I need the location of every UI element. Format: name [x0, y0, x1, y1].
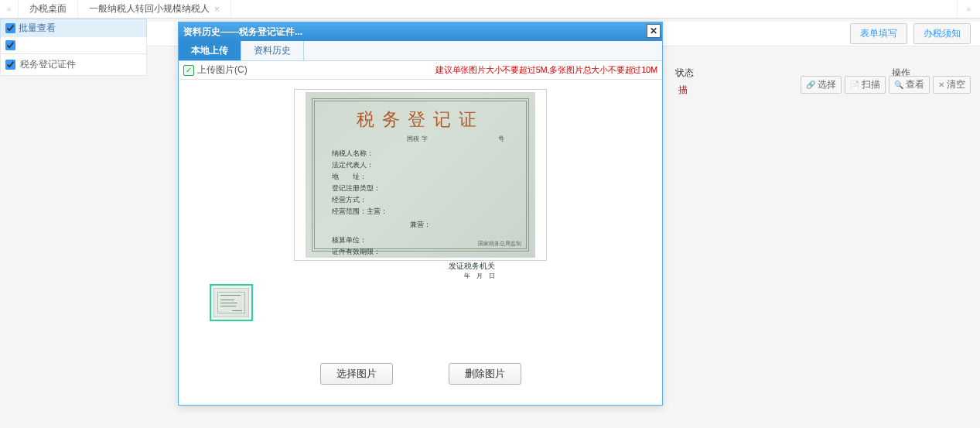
upload-hint: 建议单张图片大小不要超过5M,多张图片总大小不要超过10M: [435, 64, 657, 76]
cert-sub-right: 号: [498, 135, 504, 143]
select-image-button[interactable]: 选择图片: [320, 363, 393, 385]
delete-image-button[interactable]: 删除图片: [449, 363, 521, 385]
preview-area: 税务登记证 国税 字 号 纳税人名称： 法定代表人： 地 址： 登记注册类型： …: [179, 80, 662, 261]
fill-form-button[interactable]: 表单填写: [850, 23, 907, 44]
upload-label[interactable]: 上传图片(C): [197, 63, 248, 77]
thumbnail-selected[interactable]: [210, 284, 253, 321]
tab-desktop[interactable]: 办税桌面: [19, 0, 78, 18]
cert-sub-center: 国税 字: [407, 135, 427, 143]
batch-checkbox[interactable]: [5, 23, 15, 33]
list-header-blank: [0, 37, 147, 54]
item-checkbox[interactable]: [5, 60, 15, 70]
tab-material-history[interactable]: 资料历史: [241, 41, 304, 60]
cert-title: 税务登记证: [323, 108, 518, 132]
view-button[interactable]: 🔍查看: [889, 76, 930, 94]
batch-view-bar: 批量查看: [0, 19, 147, 37]
clear-button[interactable]: ✕清空: [933, 76, 971, 94]
cert-field: 经营方式：: [323, 194, 518, 206]
close-icon[interactable]: ×: [214, 4, 220, 15]
history-modal: 资料历史——税务登记证件... ✕ 本地上传 资料历史 上传图片(C) 建议单张…: [178, 22, 663, 406]
row-action-buttons: 🔗选择 📄扫描 🔍查看 ✕清空: [801, 76, 971, 94]
list-item[interactable]: 税务登记证件: [0, 54, 147, 76]
left-panel: 批量查看 税务登记证件: [0, 19, 147, 76]
cert-field: 证件有效期限：: [323, 246, 518, 258]
modal-header: 资料历史——税务登记证件... ✕: [179, 22, 662, 41]
select-all-checkbox[interactable]: [5, 40, 15, 50]
item-label: 税务登记证件: [20, 58, 76, 71]
col-header-status: 状态: [675, 67, 694, 80]
tab-convert-taxpayer[interactable]: 一般纳税人转回小规模纳税人 ×: [78, 0, 231, 18]
clear-icon: ✕: [938, 80, 944, 89]
select-button[interactable]: 🔗选择: [801, 76, 842, 94]
modal-toolbar: 上传图片(C) 建议单张图片大小不要超过5M,多张图片总大小不要超过10M: [179, 61, 662, 80]
attach-icon: 🔗: [806, 80, 815, 89]
cert-field: 地 址：: [323, 171, 518, 183]
cert-date: 年 月 日: [323, 272, 518, 280]
batch-label: 批量查看: [19, 22, 56, 35]
check-icon: [183, 65, 194, 76]
cert-field: 纳税人名称：: [323, 148, 518, 159]
cert-field: 法定代表人：: [323, 159, 518, 171]
modal-tabs: 本地上传 资料历史: [179, 41, 662, 61]
top-tab-bar: « 办税桌面 一般纳税人转回小规模纳税人 × »: [0, 0, 980, 19]
cert-center: 兼营：: [323, 220, 518, 230]
scan-icon: 📄: [850, 80, 859, 89]
modal-title: 资料历史——税务登记证件...: [183, 26, 302, 39]
tab-label: 一般纳税人转回小规模纳税人: [89, 2, 210, 15]
tab-scroll-left-icon[interactable]: «: [0, 0, 19, 18]
status-red-text: 描: [678, 84, 688, 97]
view-icon: 🔍: [894, 80, 903, 89]
cert-field: 经营范围：主营：: [323, 206, 518, 217]
certificate-image: 税务登记证 国税 字 号 纳税人名称： 法定代表人： 地 址： 登记注册类型： …: [306, 92, 535, 258]
scan-button[interactable]: 📄扫描: [845, 76, 886, 94]
tab-label: 办税桌面: [29, 2, 67, 15]
cert-authority: 发证税务机关: [323, 261, 518, 272]
preview-frame: 税务登记证 国税 字 号 纳税人名称： 法定代表人： 地 址： 登记注册类型： …: [294, 89, 547, 261]
tab-local-upload[interactable]: 本地上传: [179, 41, 241, 60]
cert-field: 登记注册类型：: [323, 183, 518, 194]
modal-footer: 选择图片 删除图片: [179, 363, 662, 385]
tab-scroll-right-icon[interactable]: »: [957, 0, 980, 18]
close-button[interactable]: ✕: [647, 24, 661, 38]
cert-footer: 国家税务总局监制: [478, 240, 521, 248]
tax-notice-button[interactable]: 办税须知: [913, 23, 971, 44]
